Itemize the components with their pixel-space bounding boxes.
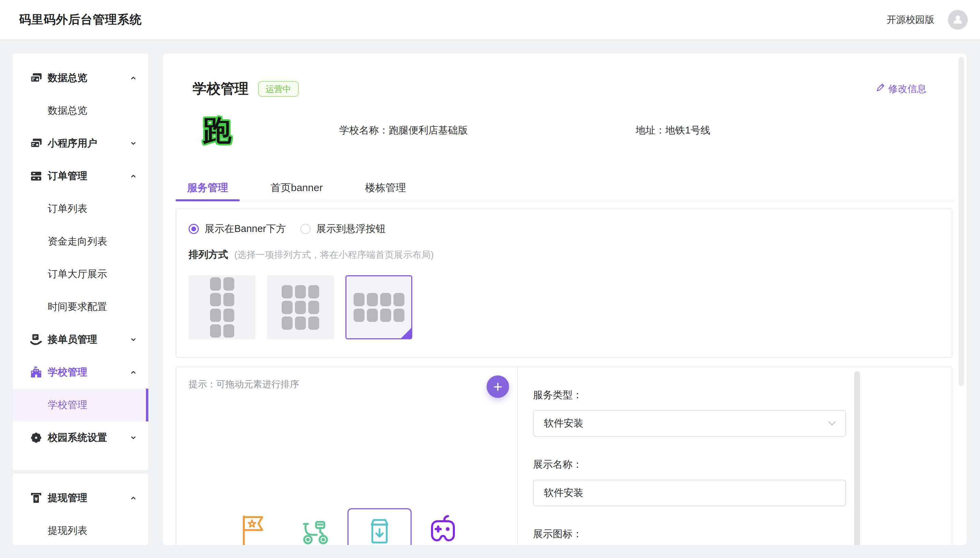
sidebar-item-label: 接单员管理	[48, 333, 97, 346]
sidebar-item-campus-system-settings[interactable]: 校园系统设置	[13, 422, 148, 454]
service-type-label: 服务类型：	[533, 388, 863, 402]
edition-label: 开源校园版	[886, 13, 934, 26]
sidebar-item-miniprogram-users[interactable]: 小程序用户	[13, 127, 148, 160]
status-badge: 运营中	[258, 81, 299, 97]
radio-show-below-banner[interactable]: 展示在Banner下方	[189, 222, 286, 236]
sidebar-item-label: 订单管理	[48, 169, 87, 183]
service-item-package-selected[interactable]	[348, 508, 412, 545]
sidebar-item-order-taker-management[interactable]: 接单员管理	[13, 323, 148, 356]
arrangement-note: (选择一项排列方式，将在小程序端首页展示布局)	[234, 250, 434, 260]
person-icon	[951, 12, 965, 27]
layout-option-4x2-selected[interactable]	[346, 275, 412, 339]
tab-home-banner[interactable]: 首页banner	[259, 181, 334, 201]
edit-info-link[interactable]: 修改信息	[875, 82, 926, 95]
sidebar-item-label: 资金走向列表	[48, 235, 107, 248]
chevron-down-icon	[130, 140, 137, 147]
chevron-down-icon	[827, 419, 837, 428]
drag-hint: 提示：可拖动元素进行排序	[189, 378, 299, 391]
school-icon	[30, 366, 43, 379]
order-management-icon	[30, 170, 43, 182]
layout-option-3x3[interactable]	[267, 275, 334, 339]
sidebar-item-label: 订单大厅展示	[48, 268, 107, 281]
sidebar-item-label: 时间要求配置	[48, 300, 107, 314]
radio-dot	[189, 224, 199, 234]
sidebar-item-label: 数据总览	[48, 71, 87, 85]
sidebar-item-school-management-sub[interactable]: 学校管理	[13, 389, 148, 422]
radio-dot	[300, 224, 311, 234]
top-bar: 码里码外后台管理系统 开源校园版	[0, 0, 980, 39]
sidebar-item-label: 小程序用户	[48, 136, 97, 150]
layout-thumbnail-2x4	[210, 277, 234, 338]
withdrawal-icon: ¥	[30, 492, 43, 504]
service-type-select[interactable]: 软件安装	[533, 410, 846, 437]
sidebar-item-data-overview-sub[interactable]: 数据总览	[13, 94, 148, 127]
service-sort-panel: 提示：可拖动元素进行排序 +	[176, 367, 518, 545]
radio-label: 展示在Banner下方	[204, 222, 286, 236]
sidebar-item-label: 数据总览	[48, 104, 87, 118]
gamepad-icon	[426, 514, 460, 545]
service-type-value: 软件安装	[544, 417, 583, 430]
page-title: 学校管理	[193, 79, 249, 98]
sidebar-item-withdrawal-list[interactable]: 提现列表	[13, 514, 148, 545]
sidebar-item-funds-flow-list[interactable]: 资金走向列表	[13, 225, 148, 258]
user-avatar[interactable]	[948, 10, 968, 30]
chevron-up-icon	[130, 495, 137, 501]
sidebar-item-label: 校园系统设置	[48, 431, 107, 445]
sidebar-item-label: 学校管理	[48, 366, 87, 379]
chevron-down-icon	[130, 434, 137, 441]
sidebar-item-order-hall-display[interactable]: 订单大厅展示	[13, 258, 148, 290]
chevron-up-icon	[130, 75, 137, 81]
arrangement-title: 排列方式	[189, 249, 228, 260]
sidebar-item-time-requirement-config[interactable]: 时间要求配置	[13, 290, 148, 323]
school-logo: 跑	[200, 114, 234, 147]
mini-program-users-icon	[30, 137, 43, 150]
order-taker-icon	[30, 333, 43, 346]
app-title: 码里码外后台管理系统	[19, 11, 142, 28]
tab-building-management[interactable]: 楼栋管理	[353, 181, 417, 201]
display-options-panel: 展示在Banner下方 展示到悬浮按钮 排列方式 (选择一项排列方式，将在小程序…	[176, 208, 952, 358]
sidebar-item-order-list[interactable]: 订单列表	[13, 192, 148, 225]
sidebar-item-withdrawal-management[interactable]: ¥ 提现管理	[13, 482, 148, 514]
sidebar-item-order-management[interactable]: 订单管理	[13, 160, 148, 192]
chevron-down-icon	[130, 336, 137, 343]
package-download-icon	[364, 515, 395, 545]
display-icon-label: 展示图标：	[533, 527, 863, 541]
sidebar-item-label: 提现管理	[48, 491, 87, 505]
add-service-button[interactable]: +	[487, 376, 509, 398]
pencil-icon	[875, 82, 886, 95]
edit-info-label: 修改信息	[888, 82, 926, 95]
sidebar-item-label: 提现列表	[48, 524, 87, 538]
service-item-gamepad[interactable]	[426, 514, 460, 545]
radio-show-floating-button[interactable]: 展示到悬浮按钮	[300, 222, 385, 236]
svg-text:¥: ¥	[35, 496, 38, 502]
service-form: 服务类型： 软件安装 展示名称： 展示图标：	[519, 367, 863, 545]
chevron-up-icon	[130, 173, 137, 179]
service-editor-panel: 提示：可拖动元素进行排序 +	[176, 366, 952, 545]
sidebar-item-label: 学校管理	[48, 398, 87, 412]
plus-icon: +	[493, 379, 502, 394]
sidebar-main: 数据总览 数据总览 小程序用户 订单管理 订单列表 资金走向列表 订单大厅展示 …	[13, 54, 148, 470]
chevron-up-icon	[130, 369, 137, 376]
sidebar-item-data-overview[interactable]: 数据总览	[13, 62, 148, 94]
service-item-scooter[interactable]	[298, 515, 331, 545]
flag-icon	[236, 512, 269, 545]
service-item-flag[interactable]	[236, 512, 269, 545]
sidebar-secondary: ¥ 提现管理 提现列表	[13, 474, 148, 545]
school-address: 地址：地铁1号线	[636, 124, 710, 137]
sidebar-item-label: 订单列表	[48, 202, 87, 216]
display-name-input[interactable]	[533, 480, 846, 506]
school-name: 学校名称：跑腿便利店基础版	[339, 124, 468, 137]
radio-label: 展示到悬浮按钮	[316, 222, 385, 236]
main-content-card: 学校管理 运营中 修改信息 跑 学校名称：跑腿便利店基础版 地址：地铁1号线 服…	[163, 54, 967, 545]
layout-thumbnail-4x2	[354, 293, 404, 322]
layout-thumbnail-3x3	[282, 285, 319, 330]
data-overview-icon	[30, 72, 43, 84]
layout-option-2x4[interactable]	[189, 275, 255, 339]
delivery-scooter-icon	[298, 515, 331, 545]
sidebar-item-school-management[interactable]: 学校管理	[13, 356, 148, 389]
tab-service-management[interactable]: 服务管理	[176, 181, 240, 201]
page-scrollbar[interactable]	[959, 57, 964, 386]
campus-settings-icon	[30, 431, 43, 444]
tab-bar: 服务管理 首页banner 楼栋管理	[176, 181, 954, 201]
form-scrollbar[interactable]	[854, 371, 860, 545]
